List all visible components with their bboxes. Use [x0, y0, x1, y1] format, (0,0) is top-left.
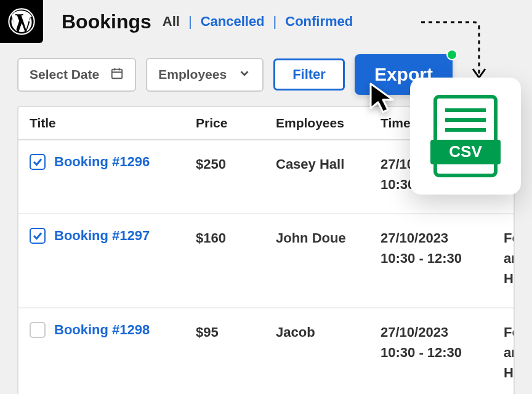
price-cell: $95 [196, 322, 276, 342]
booking-title[interactable]: Booking #1297 [54, 228, 150, 244]
employee-cell: Jacob [276, 322, 381, 342]
employees-dropdown[interactable]: Employees [146, 58, 264, 92]
booking-title[interactable]: Booking #1298 [54, 322, 150, 338]
employees-label: Employees [158, 67, 227, 82]
extra-cell: Food and Healcth [504, 322, 515, 383]
time-cell: 27/10/2023 10:30 - 12:30 [381, 322, 504, 363]
col-price: Price [196, 116, 276, 131]
row-checkbox[interactable] [30, 228, 46, 244]
tab-confirmed[interactable]: Confirmed [285, 14, 353, 30]
table-row: Booking #1298 $95 Jacob 27/10/2023 10:30… [18, 308, 514, 394]
separator: | [188, 14, 192, 30]
chevron-down-icon [238, 66, 251, 83]
status-tabs: All | Cancelled | Confirmed [163, 14, 353, 30]
tab-cancelled[interactable]: Cancelled [201, 14, 265, 30]
separator: | [273, 14, 277, 30]
select-date-label: Select Date [30, 67, 99, 82]
csv-label: CSV [449, 142, 482, 161]
extra-cell: Food and Healcth [504, 228, 515, 289]
cursor-icon [366, 81, 400, 116]
header: Bookings All | Cancelled | Confirmed [0, 0, 532, 43]
csv-export-card: CSV [410, 78, 521, 195]
employee-cell: John Doue [276, 228, 381, 248]
col-employees: Employees [276, 116, 381, 131]
employee-cell: Casey Hall [276, 154, 381, 174]
select-date-dropdown[interactable]: Select Date [17, 58, 136, 92]
table-row: Booking #1297 $160 John Doue 27/10/2023 … [18, 214, 514, 308]
tab-all[interactable]: All [163, 14, 180, 30]
booking-title[interactable]: Booking #1296 [54, 154, 150, 170]
price-cell: $160 [196, 228, 276, 248]
page-title: Bookings [62, 10, 151, 33]
price-cell: $250 [196, 154, 276, 174]
wordpress-logo-icon [0, 0, 43, 43]
row-checkbox[interactable] [30, 154, 46, 170]
calendar-icon [110, 66, 124, 83]
row-checkbox[interactable] [30, 322, 46, 338]
time-cell: 27/10/2023 10:30 - 12:30 [381, 228, 504, 268]
col-title: Title [30, 116, 196, 131]
filter-button[interactable]: Filter [273, 58, 345, 90]
svg-rect-1 [112, 69, 123, 78]
notification-dot-icon [446, 49, 457, 60]
